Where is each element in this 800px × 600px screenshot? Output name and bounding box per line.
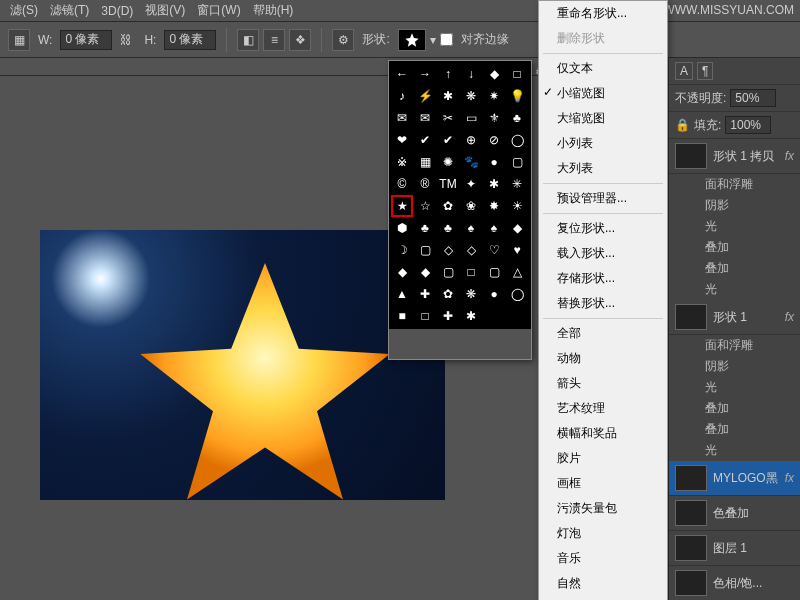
menu-item[interactable]: 滤镜(T) — [44, 2, 95, 19]
shape-swatch[interactable]: ❋ — [460, 283, 482, 305]
shape-swatch[interactable]: ◆ — [506, 217, 528, 239]
layer-row[interactable]: 图层 1 — [669, 531, 800, 566]
shape-swatch[interactable]: ※ — [391, 151, 413, 173]
menu-item[interactable]: 小缩览图 — [539, 81, 667, 106]
shape-swatch[interactable]: ✂ — [437, 107, 459, 129]
shape-swatch[interactable]: 💡 — [506, 85, 528, 107]
menu-item[interactable]: 仅文本 — [539, 56, 667, 81]
shape-swatch[interactable]: ★ — [391, 195, 413, 217]
shape-swatch[interactable]: ♠ — [483, 217, 505, 239]
menu-item[interactable]: 视图(V) — [139, 2, 191, 19]
shape-swatch[interactable]: ◆ — [483, 63, 505, 85]
menu-item[interactable]: 自然 — [539, 571, 667, 596]
canvas[interactable] — [40, 230, 445, 500]
shape-swatch[interactable]: ↑ — [437, 63, 459, 85]
height-input[interactable] — [164, 30, 216, 50]
menu-item[interactable]: 横幅和奖品 — [539, 421, 667, 446]
shape-swatch[interactable]: ✔ — [437, 129, 459, 151]
arrange-icon[interactable]: ❖ — [289, 29, 311, 51]
shape-swatch[interactable]: ✺ — [437, 151, 459, 173]
fill-value[interactable]: 100% — [725, 116, 771, 134]
shape-swatch[interactable]: ♥ — [506, 239, 528, 261]
opacity-value[interactable]: 50% — [730, 89, 776, 107]
shape-swatch[interactable]: ▢ — [414, 239, 436, 261]
shape-swatch[interactable]: ❀ — [460, 195, 482, 217]
dropdown-icon[interactable]: ▾ — [430, 33, 436, 47]
layer-effect[interactable]: 光 — [669, 440, 800, 461]
shape-swatch[interactable]: ⊕ — [460, 129, 482, 151]
layer-effect[interactable]: 面和浮雕 — [669, 174, 800, 195]
shape-swatch[interactable]: ▢ — [506, 151, 528, 173]
shape-swatch[interactable]: ✉ — [414, 107, 436, 129]
layer-row[interactable]: 色叠加 — [669, 496, 800, 531]
layer-row[interactable]: 形状 1fx — [669, 300, 800, 335]
menu-item[interactable]: 窗口(W) — [191, 2, 246, 19]
menu-item[interactable]: 全部 — [539, 321, 667, 346]
layer-row[interactable]: MYLOGO黑fx — [669, 461, 800, 496]
layer-effect[interactable]: 光 — [669, 216, 800, 237]
char-panel-icon[interactable]: A — [675, 62, 693, 80]
shape-swatch[interactable]: □ — [414, 305, 436, 327]
shape-swatch[interactable]: ♪ — [391, 85, 413, 107]
menu-item[interactable]: 小列表 — [539, 131, 667, 156]
shape-swatch[interactable]: ↓ — [460, 63, 482, 85]
shape-swatch[interactable]: ✿ — [437, 283, 459, 305]
shape-swatch[interactable]: ♣ — [437, 217, 459, 239]
layer-row[interactable]: 色相/饱... — [669, 566, 800, 600]
shape-swatch[interactable]: ⚜ — [483, 107, 505, 129]
shape-swatch[interactable]: △ — [506, 261, 528, 283]
shape-swatch[interactable]: ☽ — [391, 239, 413, 261]
align-icon[interactable]: ▦ — [8, 29, 30, 51]
shape-swatch[interactable]: ♣ — [506, 107, 528, 129]
layer-effect[interactable]: 叠加 — [669, 258, 800, 279]
menu-item[interactable]: 灯泡 — [539, 521, 667, 546]
shape-swatch[interactable]: ◯ — [506, 129, 528, 151]
shape-swatch[interactable]: ◇ — [460, 239, 482, 261]
layer-effect[interactable]: 光 — [669, 377, 800, 398]
shape-swatch[interactable]: ♡ — [483, 239, 505, 261]
shape-swatch[interactable]: ✔ — [414, 129, 436, 151]
shape-swatch[interactable]: ◯ — [506, 283, 528, 305]
shape-swatch[interactable]: ✸ — [483, 195, 505, 217]
shape-swatch[interactable]: ← — [391, 63, 413, 85]
shape-swatch[interactable]: ❤ — [391, 129, 413, 151]
shape-swatch[interactable]: ⚡ — [414, 85, 436, 107]
shape-picker[interactable] — [398, 29, 426, 51]
menu-item[interactable]: 大缩览图 — [539, 106, 667, 131]
layer-effect[interactable]: 叠加 — [669, 398, 800, 419]
align2-icon[interactable]: ≡ — [263, 29, 285, 51]
menu-item[interactable]: 胶片 — [539, 446, 667, 471]
menu-item[interactable]: 大列表 — [539, 156, 667, 181]
menu-item[interactable]: 存储形状... — [539, 266, 667, 291]
shape-swatch[interactable]: ✚ — [437, 305, 459, 327]
shape-swatch[interactable]: ♣ — [414, 217, 436, 239]
shape-swatch[interactable]: ✱ — [483, 173, 505, 195]
shape-swatch[interactable]: ✱ — [437, 85, 459, 107]
menu-item[interactable]: 动物 — [539, 346, 667, 371]
fx-badge[interactable]: fx — [785, 471, 794, 485]
shape-swatch[interactable]: TM — [437, 173, 459, 195]
shape-swatch[interactable]: ☀ — [506, 195, 528, 217]
fx-badge[interactable]: fx — [785, 310, 794, 324]
shape-swatch[interactable]: ❋ — [460, 85, 482, 107]
shape-swatch[interactable]: ▦ — [414, 151, 436, 173]
shape-swatch[interactable]: □ — [460, 261, 482, 283]
shape-swatch[interactable]: ● — [483, 283, 505, 305]
pathop-icon[interactable]: ◧ — [237, 29, 259, 51]
layer-effect[interactable]: 光 — [669, 279, 800, 300]
shape-swatch[interactable]: 🐾 — [460, 151, 482, 173]
layer-effect[interactable]: 阴影 — [669, 195, 800, 216]
menu-item[interactable]: 帮助(H) — [247, 2, 300, 19]
lock-icon[interactable]: 🔒 — [675, 118, 690, 132]
menu-item[interactable]: 载入形状... — [539, 241, 667, 266]
shape-swatch[interactable]: ✿ — [437, 195, 459, 217]
shape-swatch[interactable]: ♠ — [460, 217, 482, 239]
fx-badge[interactable]: fx — [785, 149, 794, 163]
shape-swatch[interactable]: ▢ — [483, 261, 505, 283]
shape-swatch[interactable]: ☆ — [414, 195, 436, 217]
shape-swatch[interactable]: ⬢ — [391, 217, 413, 239]
shape-swatch[interactable]: © — [391, 173, 413, 195]
shape-swatch[interactable]: ◇ — [437, 239, 459, 261]
shape-swatch[interactable]: ✱ — [460, 305, 482, 327]
shape-swatch[interactable]: ⊘ — [483, 129, 505, 151]
